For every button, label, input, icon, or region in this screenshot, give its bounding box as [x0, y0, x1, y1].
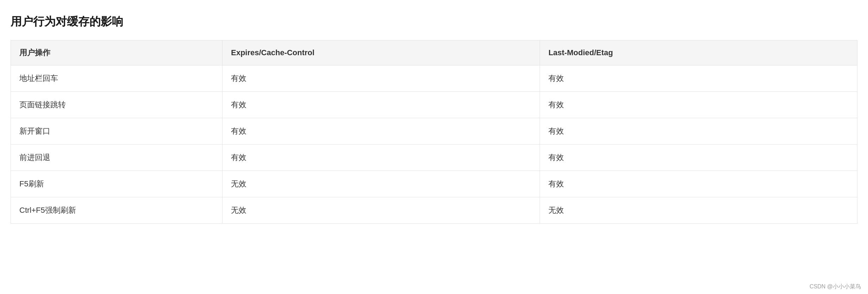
table-row: 前进回退有效有效 — [11, 145, 857, 171]
cell-lastmod: 有效 — [540, 145, 857, 171]
table-row: 地址栏回车有效有效 — [11, 65, 857, 92]
table-row: 页面链接跳转有效有效 — [11, 92, 857, 118]
cell-lastmod: 有效 — [540, 118, 857, 145]
cell-expires: 有效 — [222, 65, 540, 92]
cell-operation: 页面链接跳转 — [11, 92, 222, 118]
header-operation: 用户操作 — [11, 40, 222, 65]
cell-operation: Ctrl+F5强制刷新 — [11, 197, 222, 224]
cell-expires: 无效 — [222, 197, 540, 224]
table-header-row: 用户操作 Expires/Cache-Control Last-Modied/E… — [11, 40, 857, 65]
cell-operation: 新开窗口 — [11, 118, 222, 145]
cell-operation: 地址栏回车 — [11, 65, 222, 92]
cell-expires: 无效 — [222, 171, 540, 197]
table-row: Ctrl+F5强制刷新无效无效 — [11, 197, 857, 224]
table-row: 新开窗口有效有效 — [11, 118, 857, 145]
cell-lastmod: 有效 — [540, 92, 857, 118]
cell-lastmod: 有效 — [540, 171, 857, 197]
cell-operation: F5刷新 — [11, 171, 222, 197]
cell-operation: 前进回退 — [11, 145, 222, 171]
cell-lastmod: 无效 — [540, 197, 857, 224]
cache-table: 用户操作 Expires/Cache-Control Last-Modied/E… — [11, 40, 857, 224]
cell-expires: 有效 — [222, 118, 540, 145]
header-lastmod: Last-Modied/Etag — [540, 40, 857, 65]
table-row: F5刷新无效有效 — [11, 171, 857, 197]
cell-expires: 有效 — [222, 145, 540, 171]
cell-expires: 有效 — [222, 92, 540, 118]
page-title: 用户行为对缓存的影响 — [11, 14, 857, 30]
cell-lastmod: 有效 — [540, 65, 857, 92]
watermark: CSDN @小小小菜鸟 — [810, 283, 861, 290]
header-expires: Expires/Cache-Control — [222, 40, 540, 65]
